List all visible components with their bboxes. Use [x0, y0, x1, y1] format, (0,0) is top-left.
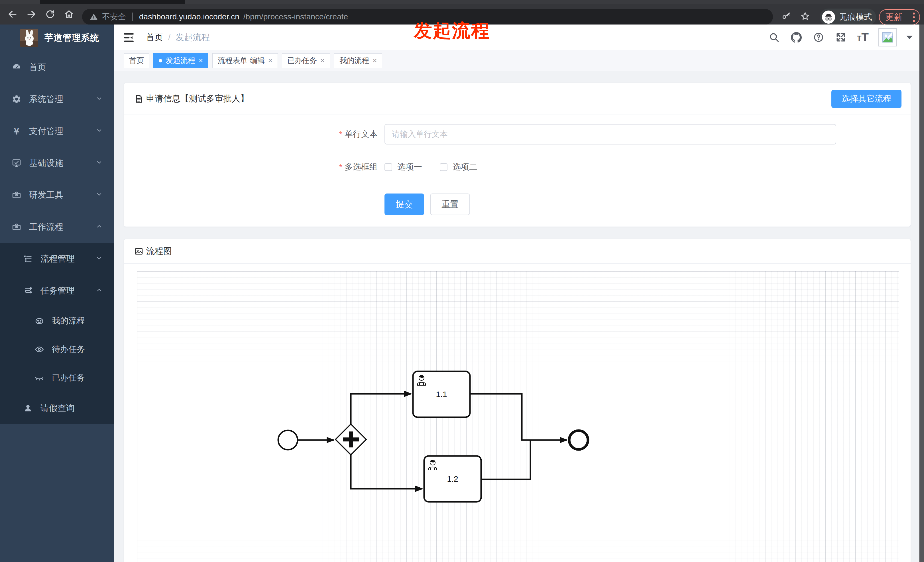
- document-icon: [134, 94, 143, 103]
- tag-create-process[interactable]: 发起流程 ×: [153, 53, 208, 68]
- user-task-1-2-node[interactable]: 1.2: [424, 456, 481, 502]
- checkbox-option-1[interactable]: 选项一: [384, 161, 422, 173]
- card-header: 申请信息【测试多审批人】 选择其它流程: [124, 83, 910, 115]
- sidebar-item-label: 流程管理: [40, 253, 75, 265]
- sidebar-item-leave-query[interactable]: 请假查询: [0, 392, 114, 424]
- back-icon: [8, 9, 18, 19]
- home-button[interactable]: [63, 8, 75, 21]
- card-title: 申请信息【测试多审批人】: [146, 93, 249, 105]
- sidebar-fold-button[interactable]: [123, 31, 135, 44]
- tag-home[interactable]: 首页: [124, 53, 149, 68]
- chevron-down-icon: [96, 158, 103, 168]
- sidebar-item-process-mgmt[interactable]: 流程管理: [0, 243, 114, 275]
- sidebar-item-infra[interactable]: 基础设施: [0, 147, 114, 179]
- tag-form-edit[interactable]: 流程表单-编辑 ×: [212, 53, 278, 68]
- field-label-checkbox-group: * 多选框组: [124, 157, 378, 177]
- active-dot: [159, 59, 162, 62]
- star-icon: [800, 11, 810, 21]
- sidebar-logo[interactable]: 芋道管理系统: [0, 24, 114, 51]
- eye-closed-icon: [34, 373, 45, 383]
- page-scrollbar[interactable]: [920, 24, 924, 562]
- task-label: 1.2: [447, 475, 458, 483]
- avatar[interactable]: [878, 28, 897, 46]
- edge-task2-to-end[interactable]: [481, 440, 530, 480]
- chevron-down-icon: [96, 126, 103, 136]
- fullscreen-button[interactable]: [834, 31, 847, 43]
- github-button[interactable]: [790, 31, 802, 43]
- bookmark-button[interactable]: [800, 11, 812, 23]
- close-icon[interactable]: ×: [320, 56, 325, 65]
- start-event-node[interactable]: [278, 430, 297, 450]
- sidebar-item-label: 系统管理: [29, 93, 63, 105]
- tag-label: 发起流程: [166, 55, 195, 66]
- tag-done-tasks[interactable]: 已办任务 ×: [282, 53, 330, 68]
- back-button[interactable]: [6, 8, 19, 21]
- sidebar-item-home[interactable]: 首页: [0, 51, 114, 83]
- sidebar-item-label: 任务管理: [40, 285, 75, 297]
- breadcrumb: 首页 / 发起流程: [146, 24, 210, 50]
- tag-my-process[interactable]: 我的流程 ×: [334, 53, 382, 68]
- browser-menu-update-button[interactable]: 更新: [879, 9, 920, 25]
- single-line-text-input[interactable]: [384, 124, 836, 144]
- sidebar-item-devtools[interactable]: 研发工具: [0, 179, 114, 211]
- face-icon: [34, 316, 45, 326]
- picture-icon: [134, 247, 143, 256]
- sidebar-item-system[interactable]: 系统管理: [0, 83, 114, 115]
- screen: 不安全 dashboard.yudao.iocoder.cn/bpm/proce…: [0, 0, 924, 562]
- checkbox-option-2[interactable]: 选项二: [440, 161, 477, 173]
- checkbox-icon[interactable]: [384, 163, 392, 171]
- sidebar-item-payment[interactable]: ¥ 支付管理: [0, 115, 114, 147]
- submit-button[interactable]: 提交: [384, 193, 424, 215]
- sidebar-item-my-process[interactable]: 我的流程: [0, 307, 114, 335]
- parallel-gateway-node[interactable]: [336, 424, 366, 455]
- forward-icon: [26, 9, 36, 19]
- edge-gateway-to-task2[interactable]: [351, 455, 422, 489]
- user-task-1-1-node[interactable]: 1.1: [413, 371, 470, 417]
- kebab-menu-icon[interactable]: [913, 12, 915, 22]
- logo-image: [20, 29, 38, 47]
- choose-other-process-button[interactable]: 选择其它流程: [831, 90, 902, 108]
- close-icon[interactable]: ×: [372, 56, 377, 65]
- breadcrumb-home[interactable]: 首页: [146, 31, 163, 43]
- reset-button[interactable]: 重置: [430, 193, 470, 215]
- end-event-node[interactable]: [569, 431, 588, 450]
- help-button[interactable]: [812, 31, 825, 43]
- checkbox-icon[interactable]: [440, 163, 447, 171]
- edge-gateway-to-task1[interactable]: [351, 394, 411, 424]
- breadcrumb-current: 发起流程: [176, 31, 210, 43]
- tags-view-bar: 首页 发起流程 × 流程表单-编辑 × 已办任务 × 我的流程 ×: [114, 50, 924, 71]
- close-icon[interactable]: ×: [199, 56, 203, 65]
- sidebar: 芋道管理系统 首页 系统管理 ¥ 支付管理: [0, 24, 114, 562]
- incognito-icon: [822, 10, 835, 24]
- topbar: 首页 / 发起流程: [114, 24, 924, 50]
- edge-task1-to-end[interactable]: [470, 394, 567, 440]
- tag-label: 首页: [129, 55, 144, 66]
- passkey-button[interactable]: [782, 11, 793, 23]
- sidebar-item-label: 首页: [29, 61, 46, 73]
- task-label: 1.1: [436, 390, 447, 399]
- workflow-submenu: 流程管理 任务管理 我的流程: [0, 243, 114, 424]
- avatar-caret-icon[interactable]: [906, 36, 913, 39]
- font-size-button[interactable]: TT: [857, 32, 869, 43]
- breadcrumb-separator: /: [168, 33, 170, 42]
- app-title: 芋道管理系统: [45, 32, 99, 44]
- sidebar-item-task-mgmt[interactable]: 任务管理: [0, 275, 114, 307]
- sidebar-item-workflow[interactable]: 工作流程: [0, 211, 114, 243]
- dashboard-icon: [11, 62, 22, 72]
- sidebar-item-done-tasks[interactable]: 已办任务: [0, 364, 114, 392]
- close-icon[interactable]: ×: [268, 56, 273, 65]
- forward-button[interactable]: [25, 8, 38, 21]
- browser-active-tab-edge: [40, 0, 185, 4]
- sidebar-item-label: 已办任务: [52, 372, 85, 384]
- sidebar-item-label: 工作流程: [29, 221, 63, 233]
- chevron-down-icon: [96, 190, 103, 200]
- chevron-up-icon: [96, 286, 103, 295]
- monitor-icon: [11, 158, 22, 168]
- refresh-button[interactable]: [44, 8, 56, 21]
- update-label[interactable]: 更新: [885, 11, 902, 23]
- search-button[interactable]: [768, 31, 780, 43]
- card-title: 流程图: [146, 245, 172, 257]
- sidebar-item-todo-tasks[interactable]: 待办任务: [0, 335, 114, 364]
- bpmn-canvas[interactable]: 1.1 1.2: [137, 271, 898, 562]
- security-label[interactable]: 不安全: [102, 11, 126, 22]
